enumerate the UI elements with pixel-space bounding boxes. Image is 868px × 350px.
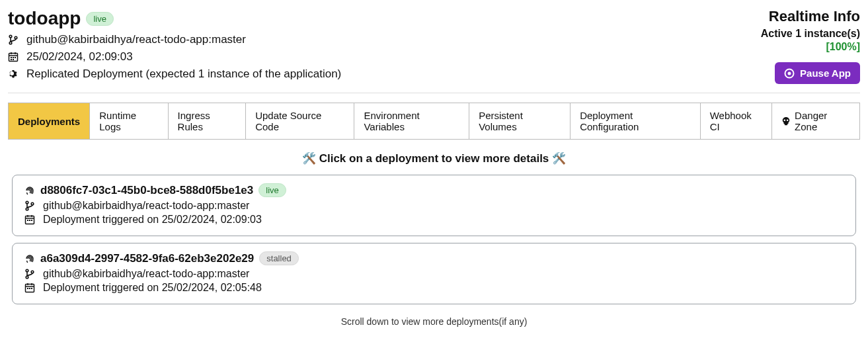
fingerprint-icon	[24, 253, 35, 264]
scroll-note: Scroll down to view more deployments(if …	[8, 316, 860, 327]
svg-point-26	[31, 271, 34, 273]
svg-rect-23	[31, 220, 32, 221]
fingerprint-icon	[24, 185, 35, 196]
deployment-repo: github@kabirbaidhya/react-todo-app:maste…	[43, 268, 249, 280]
svg-rect-32	[29, 288, 30, 289]
svg-rect-31	[27, 288, 28, 289]
svg-point-14	[26, 201, 28, 204]
deployment-desc: Replicated Deployment (expected 1 instan…	[26, 67, 341, 81]
gear-icon	[8, 69, 20, 79]
calendar-icon	[24, 283, 36, 293]
deployment-trigger: Deployment triggered on 25/02/2024, 02:0…	[43, 282, 262, 294]
skull-icon	[781, 116, 791, 126]
svg-rect-7	[11, 57, 12, 58]
deployment-id: d8806fc7-03c1-45b0-bce8-588d0f5be1e3	[40, 184, 253, 197]
pause-label: Pause App	[800, 67, 851, 79]
svg-point-1	[9, 42, 12, 44]
svg-rect-21	[27, 220, 28, 221]
calendar-icon	[24, 214, 36, 225]
divider	[8, 93, 860, 93]
tab-update-source[interactable]: Update Source Code	[246, 103, 354, 139]
svg-point-15	[26, 208, 28, 210]
realtime-title: Realtime Info	[761, 8, 860, 25]
tab-webhook-ci[interactable]: Webhook CI	[701, 103, 772, 139]
realtime-percent: [100%]	[761, 41, 860, 53]
timestamp-line: 25/02/2024, 02:09:03	[26, 50, 133, 64]
branch-icon	[24, 200, 36, 211]
pause-app-button[interactable]: Pause App	[775, 62, 860, 84]
tab-persistent-volumes[interactable]: Persistent Volumes	[469, 103, 571, 139]
tab-deployments[interactable]: Deployments	[9, 103, 90, 139]
branch-icon	[8, 34, 20, 45]
deployment-id: a6a309d4-2997-4582-9fa6-62eb3e202e29	[40, 252, 254, 265]
tab-danger-label: Danger Zone	[795, 110, 850, 132]
branch-icon	[24, 269, 36, 279]
svg-point-0	[9, 35, 12, 38]
tabs-row: Deployments Runtime Logs Ingress Rules U…	[8, 103, 860, 140]
svg-rect-11	[13, 59, 14, 60]
repo-line: github@kabirbaidhya/react-todo-app:maste…	[26, 33, 246, 46]
deployment-trigger: Deployment triggered on 25/02/2024, 02:0…	[43, 214, 262, 226]
deployment-status-badge: live	[258, 183, 286, 197]
svg-point-2	[15, 36, 17, 39]
deployment-card[interactable]: a6a309d4-2997-4582-9fa6-62eb3e202e29 sta…	[12, 243, 856, 304]
svg-point-16	[31, 202, 34, 205]
deployment-card[interactable]: d8806fc7-03c1-45b0-bce8-588d0f5be1e3 liv…	[12, 175, 856, 236]
svg-rect-33	[31, 288, 32, 289]
svg-point-13	[788, 71, 791, 75]
calendar-icon	[8, 52, 20, 62]
tab-ingress-rules[interactable]: Ingress Rules	[169, 103, 247, 139]
tab-danger-zone[interactable]: Danger Zone	[772, 103, 859, 139]
tab-env-vars[interactable]: Environment Variables	[354, 103, 469, 139]
deployment-repo: github@kabirbaidhya/react-todo-app:maste…	[43, 200, 249, 212]
hint-text: 🛠️ Click on a deployment to view more de…	[8, 152, 860, 165]
pause-icon	[784, 68, 795, 79]
realtime-active: Active 1 instance(s)	[761, 28, 860, 40]
svg-rect-9	[15, 57, 16, 58]
tab-deployment-config[interactable]: Deployment Configuration	[571, 103, 701, 139]
deployment-status-badge: stalled	[259, 251, 299, 265]
svg-rect-22	[29, 220, 30, 221]
svg-rect-10	[11, 59, 12, 60]
svg-point-24	[26, 269, 28, 272]
tab-runtime-logs[interactable]: Runtime Logs	[90, 103, 168, 139]
svg-rect-8	[13, 57, 14, 58]
status-badge: live	[86, 12, 114, 26]
app-title: todoapp	[8, 8, 81, 29]
svg-point-25	[26, 276, 28, 279]
